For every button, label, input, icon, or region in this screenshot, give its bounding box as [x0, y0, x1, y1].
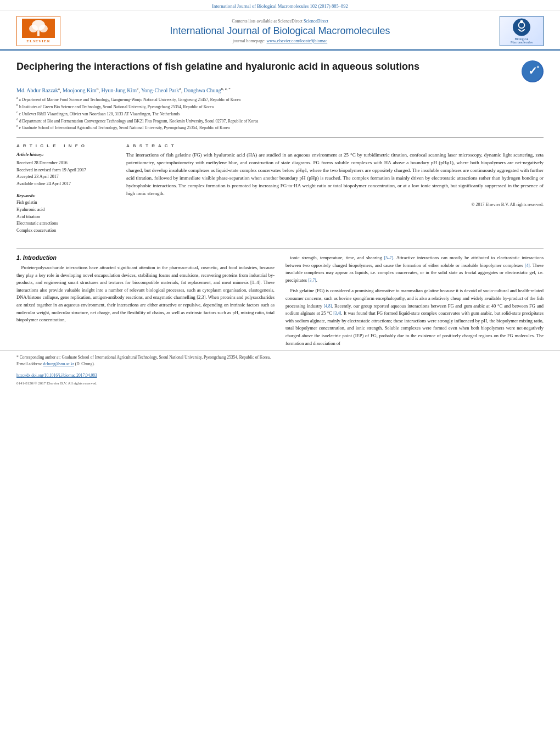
- body-right-col: ionic strength, temperature, time, and s…: [285, 254, 544, 350]
- body-right-text: ionic strength, temperature, time, and s…: [285, 254, 544, 347]
- keyword-3: Acid titration: [16, 214, 115, 221]
- elsevier-tree-icon: [22, 19, 55, 38]
- abstract-heading: A B S T R A C T: [126, 143, 544, 148]
- keywords-block: Keywords: Fish gelatin Hyaluronic acid A…: [16, 193, 115, 235]
- available-date: Available online 24 April 2017: [16, 181, 115, 188]
- author-chung: Donghwa Chung: [184, 87, 221, 93]
- received-date: Received 28 December 2016: [16, 160, 115, 167]
- affiliation-a: a a Department of Marine Food Science an…: [16, 96, 544, 103]
- journal-issue-info: International Journal of Biological Macr…: [212, 3, 348, 9]
- svg-point-2: [29, 25, 38, 32]
- author-razzak: Md. Abdur Razzak: [16, 87, 58, 93]
- abstract-body: The interactions of fish gelatine (FG) w…: [126, 152, 544, 198]
- svg-point-7: [520, 20, 523, 24]
- crossmark-icon: ✓ ×: [522, 60, 544, 82]
- section-divider: [16, 248, 544, 249]
- abstract-paragraph: The interactions of fish gelatine (FG) w…: [126, 152, 544, 198]
- right-col-abstract: A B S T R A C T The interactions of fish…: [126, 143, 544, 235]
- affiliation-b: b b Institutes of Green Bio Science and …: [16, 103, 544, 110]
- svg-point-3: [39, 25, 48, 32]
- ref-4: [4]: [525, 263, 530, 268]
- body-left-paragraph: Protein-polysaccharide interactions have…: [16, 264, 275, 324]
- copyright-line: © 2017 Elsevier B.V. All rights reserved…: [126, 202, 544, 207]
- svg-text:×: ×: [536, 64, 539, 70]
- sciencedirect-link[interactable]: ScienceDirect: [304, 19, 328, 24]
- article-info-heading: A R T I C L E I N F O: [16, 143, 115, 148]
- svg-text:✓: ✓: [528, 65, 537, 77]
- svg-rect-4: [37, 31, 40, 36]
- journal-title-center: Contents lists available at ScienceDirec…: [60, 19, 500, 43]
- footer-issn: 0141-8130/© 2017 Elsevier B.V. All right…: [16, 381, 97, 386]
- section1-title: 1. Introduction: [16, 254, 275, 261]
- ref-4-8: [4,8]: [324, 304, 332, 309]
- affiliations-block: a a Department of Marine Food Science an…: [16, 96, 544, 131]
- revised-date: Received in revised form 19 April 2017: [16, 167, 115, 174]
- affiliation-e: e e Graduate School of International Agr…: [16, 124, 544, 131]
- journal-main-title: International Journal of Biological Macr…: [60, 25, 500, 37]
- keywords-subheading: Keywords:: [16, 193, 115, 198]
- body-right-paragraph-1: ionic strength, temperature, time, and s…: [285, 254, 544, 284]
- history-subheading: Article history:: [16, 152, 115, 159]
- homepage-url[interactable]: www.elsevier.com/locate/ijbiomac: [267, 38, 328, 43]
- article-title: Deciphering the interactions of fish gel…: [16, 60, 513, 73]
- footnotes-section: * Corresponding author at: Graduate Scho…: [0, 350, 560, 371]
- logo-right-text: Biological Macromolecules: [511, 37, 533, 44]
- article-info-abstract-section: A R T I C L E I N F O Article history: R…: [16, 137, 544, 235]
- body-content: 1. Introduction Protein-polysaccharide i…: [0, 254, 560, 350]
- elsevier-logo: ELSEVIER: [16, 16, 60, 46]
- author-kim-m: Moojoong Kim: [63, 87, 97, 93]
- journal-logo-right: Biological Macromolecules: [500, 16, 544, 46]
- footnote-email: E-mail address: dchung@snu.ac.kr (D. Chu…: [16, 361, 544, 367]
- body-left-text: Protein-polysaccharide interactions have…: [16, 264, 275, 324]
- page-footer: 0141-8130/© 2017 Elsevier B.V. All right…: [0, 380, 560, 387]
- keyword-4: Electrostatic attractions: [16, 220, 115, 227]
- elsevier-label: ELSEVIER: [26, 39, 50, 43]
- contents-available-line: Contents lists available at ScienceDirec…: [60, 19, 500, 24]
- authors-line: Md. Abdur Razzaka, Moojoong Kimb, Hyun-J…: [16, 87, 544, 93]
- footnote-corresponding: * Corresponding author at: Graduate Scho…: [16, 354, 544, 361]
- keyword-2: Hyaluronic acid: [16, 207, 115, 214]
- keyword-5: Complex coacervation: [16, 227, 115, 235]
- left-col-article-info: A R T I C L E I N F O Article history: R…: [16, 143, 115, 235]
- main-content: Deciphering the interactions of fish gel…: [0, 51, 560, 240]
- article-history-block: Article history: Received 28 December 20…: [16, 152, 115, 188]
- author-kim-h: Hyun-Jung Kim: [101, 87, 137, 93]
- body-right-paragraph-2: Fish gelatine (FG) is considered a promi…: [285, 287, 544, 347]
- journal-homepage: journal homepage: www.elsevier.com/locat…: [60, 38, 500, 43]
- article-title-section: Deciphering the interactions of fish gel…: [16, 60, 544, 82]
- ref-3-7: [3,7]: [308, 278, 316, 283]
- affiliation-c: c c Unilever R&D Vlaardingen, Olivier va…: [16, 110, 544, 117]
- ref-5-7: [5–7]: [384, 255, 393, 260]
- ref-3-4: [3,4]: [333, 311, 341, 316]
- page: International Journal of Biological Macr…: [0, 0, 560, 742]
- author-park: Yong-Cheol Park: [141, 87, 179, 93]
- affiliation-d: d d Department of Bio and Fermentation C…: [16, 117, 544, 124]
- keyword-1: Fish gelatin: [16, 199, 115, 207]
- body-left-col: 1. Introduction Protein-polysaccharide i…: [16, 254, 275, 350]
- doi-link[interactable]: http://dx.doi.org/10.1016/j.ijbiomac.201…: [16, 373, 97, 378]
- journal-banner: International Journal of Biological Macr…: [0, 0, 560, 10]
- email-link[interactable]: dchung@snu.ac.kr: [43, 361, 74, 366]
- doi-line: http://dx.doi.org/10.1016/j.ijbiomac.201…: [0, 371, 560, 380]
- journal-header: ELSEVIER Contents lists available at Sci…: [0, 10, 560, 51]
- accepted-date: Accepted 23 April 2017: [16, 174, 115, 181]
